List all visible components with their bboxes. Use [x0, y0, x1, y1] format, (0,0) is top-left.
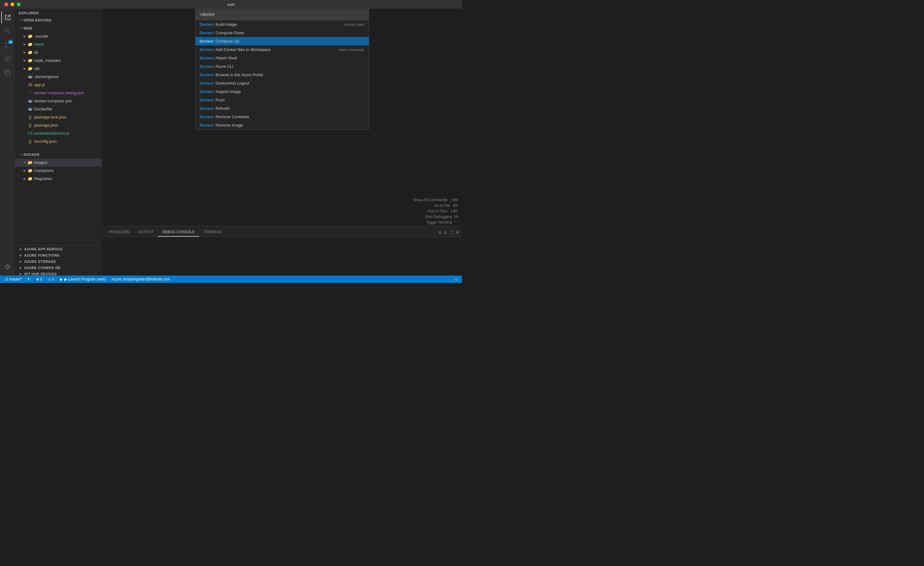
command-palette-dropdown: Docker: Build Image recently used Docker… — [195, 20, 369, 130]
azure-cosmos-db[interactable]: ▶ AZURE COSMOS DB — [15, 265, 102, 271]
activity-source-control[interactable]: 14 — [1, 39, 14, 51]
close-panel-icon[interactable]: ✕ — [456, 229, 459, 235]
activity-explorer[interactable] — [1, 11, 14, 24]
json-file-icon: {} — [27, 122, 33, 128]
palette-item-browse-azure[interactable]: Docker: Browse in the Azure Portal — [195, 71, 369, 79]
azure-storage[interactable]: ▶ AZURE STORAGE — [15, 259, 102, 265]
file-tsconfig[interactable]: ▶ {} tsconfig.json — [15, 137, 102, 146]
smiley-icon: ☺ — [454, 277, 458, 281]
folder-icon: 📁 — [27, 42, 33, 47]
palette-item-azure-cli[interactable]: Docker: Azure CLI — [195, 62, 369, 71]
shortcut-all-commands: Show All Commands ⇧⌘P — [106, 198, 458, 202]
docker-file-icon: 🐳 — [27, 106, 33, 112]
statusbar-sync[interactable]: ↻ — [26, 277, 32, 281]
palette-item-compose-down[interactable]: Docker: Compose Down — [195, 29, 369, 37]
file-lib[interactable]: ▶ 📁 lib — [15, 48, 102, 57]
open-editors-label: OPEN EDITORS — [24, 17, 52, 24]
web-section[interactable]: ▾ WEB — [15, 24, 102, 32]
panel-tabs-list: PROBLEMS OUTPUT DEBUG CONSOLE TERMINAL — [104, 228, 226, 237]
statusbar-azure[interactable]: Azure: bradymgaster@hotmail.com — [110, 277, 171, 281]
shortcut-find-in-files: Find in Files ⇧⌘F — [106, 209, 458, 213]
file-util[interactable]: ▶ 📁 util — [15, 65, 102, 73]
play-icon: ▶ — [60, 277, 63, 281]
warning-icon: ⚠ — [48, 277, 51, 281]
statusbar-warnings[interactable]: ⚠ 0 — [46, 277, 56, 281]
sync-icon: ↻ — [27, 277, 30, 281]
shortcut-start-debugging: Start Debugging F5 — [106, 215, 458, 219]
statusbar-errors[interactable]: ⊗ 0 — [35, 277, 44, 281]
main-layout: 14 EXPLORER ▾ OPEN EDITORS ▾ WEB ▶ 📁 .vs… — [0, 9, 462, 275]
shortcut-toggle-terminal: Toggle Terminal ^ ` — [106, 220, 458, 224]
palette-item-refresh[interactable]: Docker: Refresh — [195, 104, 369, 113]
palette-item-attach-shell[interactable]: Docker: Attach Shell — [195, 54, 369, 62]
panel-controls: ≡ ∧ □ ✕ — [438, 229, 459, 237]
azure-app-service[interactable]: ▶ AZURE APP SERVICE — [15, 246, 102, 252]
docker-section-header[interactable]: ▾ DOCKER — [15, 151, 102, 159]
titlebar: web — [0, 0, 462, 9]
command-palette-input[interactable] — [195, 9, 369, 20]
chevron-up-icon[interactable]: ∧ — [444, 229, 447, 235]
file-dockerignore[interactable]: ▶ 🐳 .dockerignore — [15, 73, 102, 81]
maximize-button[interactable] — [17, 3, 21, 6]
palette-item-compose-up[interactable]: Docker: Compose Up — [195, 37, 369, 45]
docker-label: DOCKER — [24, 151, 39, 158]
activity-search[interactable] — [1, 25, 14, 37]
iot-hub-devices[interactable]: ▶ IOT HUB DEVICES — [15, 271, 102, 275]
file-package-lock[interactable]: ▶ {} package-lock.json — [15, 113, 102, 121]
filter-icon[interactable]: ≡ — [438, 230, 441, 235]
window-title: web — [227, 2, 235, 7]
folder-icon: 📁 — [27, 66, 33, 72]
docker-registries[interactable]: ▶ 📁 Registries — [15, 175, 102, 183]
file-client[interactable]: ▶ 📁 client — [15, 41, 102, 48]
docker-images[interactable]: ▾ 📂 Images — [15, 159, 102, 167]
azure-functions[interactable]: ▶ AZURE FUNCTIONS — [15, 252, 102, 259]
docker-file-icon: 🐳 — [27, 98, 33, 104]
file-icon: JS — [27, 82, 33, 88]
statusbar: ⎇ master* ↻ ⊗ 0 ⚠ 0 ▶ ▶ Launch Program (… — [0, 275, 462, 283]
ts-file-icon: TS — [27, 131, 33, 136]
git-branch-icon: ⎇ — [4, 277, 8, 281]
activity-bar: 14 — [0, 9, 15, 275]
docker-arrow: ▾ — [19, 152, 24, 157]
palette-item-inspect-image[interactable]: Docker: Inspect Image — [195, 87, 369, 96]
editor-area: Docker: Build Image recently used Docker… — [102, 9, 462, 275]
palette-item-add-docker-files[interactable]: Docker: Add Docker files to Workspace ot… — [195, 45, 369, 54]
folder-icon: 📁 — [27, 33, 33, 39]
tab-problems[interactable]: PROBLEMS — [104, 228, 134, 237]
palette-item-push[interactable]: Docker: Push — [195, 96, 369, 104]
json-file-icon: {} — [27, 139, 33, 144]
folder-icon: 📁 — [27, 50, 33, 55]
file-package-json[interactable]: ▶ {} package.json — [15, 121, 102, 129]
file-docker-compose-debug[interactable]: ▶ ! docker-compose.debug.yml — [15, 89, 102, 97]
palette-item-remove-image[interactable]: Docker: Remove Image — [195, 121, 369, 129]
file-docker-compose[interactable]: ▶ 🐳 docker-compose.yml — [15, 97, 102, 105]
maximize-panel-icon[interactable]: □ — [450, 230, 453, 235]
file-appjs[interactable]: ▶ JS app.js — [15, 81, 102, 89]
command-palette: Docker: Build Image recently used Docker… — [195, 9, 369, 130]
palette-item-dockerhub-logout[interactable]: Docker: DockerHub Logout — [195, 79, 369, 87]
tab-output[interactable]: OUTPUT — [134, 228, 158, 237]
file-dockerfile[interactable]: ▶ 🐳 Dockerfile — [15, 105, 102, 113]
minimize-button[interactable] — [10, 3, 14, 6]
statusbar-smiley[interactable]: ☺ — [453, 277, 459, 281]
activity-extensions[interactable] — [1, 66, 14, 78]
statusbar-debug[interactable]: ▶ ▶ Launch Program (web) — [59, 277, 107, 281]
file-sentimentservice[interactable]: ▶ TS sentimentService.js — [15, 129, 102, 137]
tab-terminal[interactable]: TERMINAL — [199, 228, 227, 237]
close-button[interactable] — [4, 3, 8, 6]
error-icon: ⊗ — [36, 277, 39, 281]
file-vscode[interactable]: ▶ 📁 .vscode — [15, 32, 102, 41]
sidebar: EXPLORER ▾ OPEN EDITORS ▾ WEB ▶ 📁 .vscod… — [15, 9, 102, 275]
docker-containers[interactable]: ▶ 📁 Containers — [15, 167, 102, 175]
open-editors-section[interactable]: ▾ OPEN EDITORS — [15, 16, 102, 24]
file-node-modules[interactable]: ▶ 📁 node_modules — [15, 57, 102, 65]
tab-debug-console[interactable]: DEBUG CONSOLE — [158, 228, 199, 237]
palette-item-remove-container[interactable]: Docker: Remove Container — [195, 113, 369, 121]
file-icon: 🐳 — [27, 74, 33, 80]
settings-icon[interactable] — [1, 260, 14, 273]
activity-debug[interactable] — [1, 52, 14, 65]
web-label: WEB — [24, 25, 32, 32]
open-editors-arrow: ▾ — [19, 18, 24, 23]
statusbar-branch[interactable]: ⎇ master* — [3, 277, 23, 281]
palette-item-build-image[interactable]: Docker: Build Image recently used — [195, 20, 369, 29]
